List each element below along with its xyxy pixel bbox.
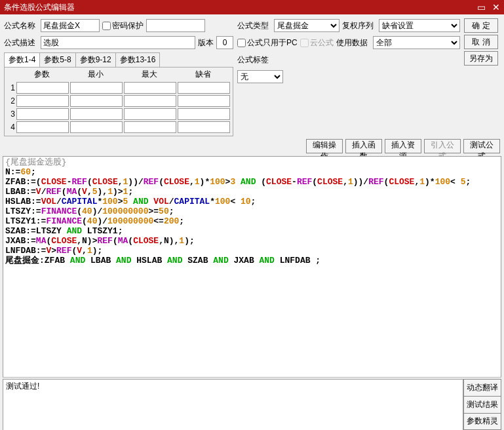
p4-min[interactable] <box>70 121 123 133</box>
tag-label: 公式标签 <box>237 54 271 66</box>
pc-only-checkbox[interactable]: 公式只用于PC <box>237 37 298 49</box>
version-label: 版本 <box>198 37 214 49</box>
title-bar: 条件选股公式编辑器 ▭ ✕ <box>0 0 504 14</box>
ok-button[interactable]: 确 定 <box>464 18 498 33</box>
param-tabs: 参数1-4 参数5-8 参数9-12 参数13-16 <box>4 52 233 67</box>
insert-res-button[interactable]: 插入资源 <box>385 139 421 153</box>
insert-fn-button[interactable]: 插入函数 <box>345 139 382 153</box>
close-icon[interactable]: ✕ <box>492 2 500 12</box>
rights-select[interactable]: 缺省设置 <box>379 19 460 32</box>
window-title: 条件选股公式编辑器 <box>4 2 75 13</box>
tab-params-1-4[interactable]: 参数1-4 <box>4 52 40 67</box>
cancel-button[interactable]: 取 消 <box>464 35 498 49</box>
cloud-checkbox: 云公式 <box>300 37 334 49</box>
param-wizard-button[interactable]: 参数精灵 <box>463 413 501 431</box>
edit-op-button[interactable]: 编辑操作 <box>306 139 343 153</box>
p3-max[interactable] <box>124 108 176 120</box>
p2-max[interactable] <box>124 95 176 107</box>
usedata-select[interactable]: 全部 <box>373 36 460 49</box>
dyn-translate-button[interactable]: 动态翻译 <box>463 379 501 397</box>
p4-max[interactable] <box>124 121 176 133</box>
import-formula-button[interactable]: 引入公式 <box>424 139 461 153</box>
name-input[interactable] <box>41 19 100 32</box>
p1-min[interactable] <box>70 82 123 94</box>
output-panel: 测试通过! <box>3 379 463 430</box>
tab-params-13-16[interactable]: 参数13-16 <box>115 52 161 67</box>
p3-name[interactable] <box>16 108 69 120</box>
col-param: 参数 <box>15 69 69 81</box>
save-as-button[interactable]: 另存为 <box>464 51 498 66</box>
p1-name[interactable] <box>16 82 69 94</box>
p4-name[interactable] <box>16 121 69 133</box>
p2-name[interactable] <box>16 95 69 107</box>
code-editor[interactable]: {尾盘掘金选股}N:=60;ZFAB:=(CLOSE-REF(CLOSE,1))… <box>3 156 501 378</box>
desc-label: 公式描述 <box>4 37 38 49</box>
tab-params-9-12[interactable]: 参数9-12 <box>75 52 116 67</box>
p4-def[interactable] <box>178 121 230 133</box>
type-label: 公式类型 <box>237 20 271 31</box>
test-result-button[interactable]: 测试结果 <box>463 396 501 414</box>
password-protect-checkbox[interactable]: 密码保护 <box>102 20 144 31</box>
test-formula-button[interactable]: 测试公式 <box>463 139 500 153</box>
p3-min[interactable] <box>70 108 123 120</box>
version-input[interactable] <box>216 36 233 49</box>
col-min: 最小 <box>69 69 123 81</box>
p2-def[interactable] <box>178 95 230 107</box>
type-select[interactable]: 尾盘掘金 <box>274 19 339 32</box>
p3-def[interactable] <box>178 108 230 120</box>
rights-label: 复权序列 <box>342 20 376 31</box>
password-input[interactable] <box>146 19 205 32</box>
usedata-label: 使用数据 <box>336 37 370 49</box>
param-grid: 参数 最小 最大 缺省 1 2 3 4 <box>4 67 233 136</box>
p1-max[interactable] <box>124 82 176 94</box>
name-label: 公式名称 <box>4 20 38 31</box>
p2-min[interactable] <box>70 95 123 107</box>
col-def: 缺省 <box>176 69 230 81</box>
p1-def[interactable] <box>178 82 230 94</box>
tag-select[interactable]: 无 <box>237 70 283 83</box>
desc-input[interactable] <box>41 36 195 49</box>
col-max: 最大 <box>123 69 176 81</box>
minimize-icon[interactable]: ▭ <box>477 2 486 12</box>
tab-params-5-8[interactable]: 参数5-8 <box>39 52 75 67</box>
